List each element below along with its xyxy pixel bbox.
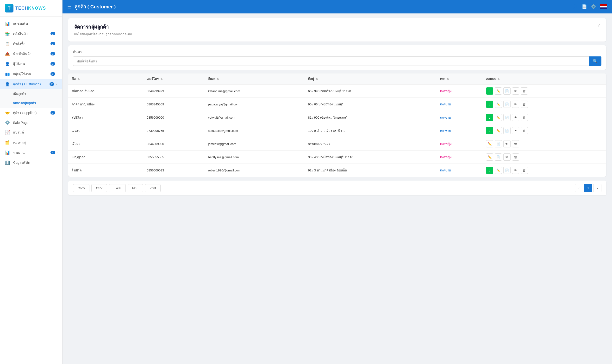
- search-button[interactable]: 🔍: [589, 56, 601, 66]
- sidebar-item-salepage[interactable]: ⚙️ Sale Page: [0, 118, 62, 127]
- sidebar-item-import[interactable]: 📥 นำเข้าสินค้า 3 ›: [0, 49, 62, 59]
- delete-button[interactable]: 🗑: [521, 87, 528, 95]
- pagination-next-button[interactable]: ›: [593, 184, 601, 192]
- pagination-prev-button[interactable]: ‹: [575, 184, 583, 192]
- copy-doc-button[interactable]: 📄: [503, 101, 511, 108]
- sidebar-item-purchase[interactable]: 📋 คำสั่งซื้อ 2 ›: [0, 39, 62, 49]
- view-button[interactable]: 👁: [512, 127, 519, 134]
- view-button[interactable]: 👁: [512, 87, 519, 95]
- export-buttons: Copy CSV Excel PDF Print: [73, 184, 161, 192]
- sidebar-item-add-customer[interactable]: เพิ่มลูกค้า: [0, 89, 62, 98]
- user-groups-icon: 👥: [5, 72, 10, 76]
- sidebar-item-inventory[interactable]: 🏪 คลังสินค้า 2 ›: [0, 28, 62, 39]
- sort-name-icon[interactable]: ⇅: [78, 78, 80, 80]
- sidebar-item-label: ผู้ใช้งาน: [13, 61, 51, 66]
- page-subtitle: แก้ไขข้อมูลหรือลบกลุ่มลูกค้าออกจากระบบ: [74, 32, 132, 37]
- user-profile-icon[interactable]: 👤: [572, 4, 578, 9]
- logo-text: TECHKNOWS: [15, 6, 46, 11]
- sidebar-item-category[interactable]: 🗂️ หมวดหมู่: [0, 137, 62, 147]
- sidebar-nav: 📊 แดชบอร์ด 🏪 คลังสินค้า 2 › 📋 คำสั่งซื้อ…: [0, 17, 62, 364]
- copy-doc-button[interactable]: 📄: [503, 127, 511, 134]
- settings-icon[interactable]: ⚙️: [591, 4, 596, 9]
- line-button[interactable]: L: [486, 167, 493, 174]
- sort-gender-icon[interactable]: ⇅: [447, 78, 449, 80]
- sort-email-icon[interactable]: ⇅: [217, 78, 219, 80]
- search-input[interactable]: [73, 56, 589, 66]
- line-button[interactable]: L: [486, 101, 493, 108]
- line-button[interactable]: L: [486, 114, 493, 121]
- copy-doc-button[interactable]: 📄: [495, 140, 502, 147]
- cell-address: 90 / 66 บางบัวทอง นนทบุรี: [305, 98, 436, 111]
- topbar-icons: 👤 📄 ⚙️: [572, 4, 607, 9]
- sort-address-icon[interactable]: ⇅: [316, 78, 318, 80]
- view-button[interactable]: 👁: [503, 154, 511, 161]
- sidebar-item-label: แบรนด์: [13, 130, 57, 135]
- sidebar-item-manage-customer[interactable]: จัดการกลุ่มลูกค้า: [0, 98, 62, 108]
- col-header-gender: เพศ ⇅: [437, 74, 483, 85]
- customer-icon: 👤: [5, 82, 10, 86]
- delete-button[interactable]: 🗑: [521, 127, 528, 134]
- sort-phone-icon[interactable]: ⇅: [161, 78, 163, 80]
- edit-button[interactable]: ✏️: [486, 154, 493, 161]
- language-flag-icon[interactable]: [600, 4, 607, 9]
- copy-button[interactable]: Copy: [73, 184, 89, 192]
- sidebar-item-company[interactable]: ℹ️ ข้อมูลบริษัท: [0, 157, 62, 168]
- copy-doc-button[interactable]: 📄: [503, 87, 511, 95]
- excel-button[interactable]: Excel: [109, 184, 126, 192]
- sidebar: T TECHKNOWS 📊 แดชบอร์ด 🏪 คลังสินค้า 2 › …: [0, 0, 63, 364]
- cell-phone: 0844009090: [143, 137, 204, 151]
- sidebar-item-customer[interactable]: 👤 ลูกค้า ( Customer ) 2 ∨: [0, 79, 62, 89]
- delete-button[interactable]: 🗑: [512, 140, 519, 147]
- delete-button[interactable]: 🗑: [521, 167, 528, 174]
- line-button[interactable]: L: [486, 87, 493, 95]
- sidebar-item-user-groups[interactable]: 👥 กลุ่มผู้ใช้งาน 2 ›: [0, 69, 62, 79]
- view-button[interactable]: 👁: [512, 101, 519, 108]
- cell-phone: 0855555555: [143, 151, 204, 164]
- sidebar-item-report[interactable]: 📊 รายงาน 4 ›: [0, 147, 62, 157]
- copy-doc-button[interactable]: 📄: [495, 154, 502, 161]
- table-row: ภาดา อาญาเมือง 0803345509 pada.arya@gmai…: [68, 98, 606, 111]
- sidebar-item-label: กลุ่มผู้ใช้งาน: [13, 71, 51, 77]
- action-buttons: L ✏️ 📄 👁 🗑: [486, 127, 603, 134]
- expand-icon[interactable]: ⤢: [597, 23, 600, 28]
- sidebar-item-users[interactable]: 👤 ผู้ใช้งาน 2 ›: [0, 59, 62, 69]
- pdf-button[interactable]: PDF: [128, 184, 143, 192]
- edit-button[interactable]: ✏️: [486, 140, 493, 147]
- sidebar-item-label: ข้อมูลบริษัท: [13, 160, 57, 165]
- line-button[interactable]: L: [486, 127, 493, 134]
- sidebar-item-brand[interactable]: 📈 แบรนด์: [0, 127, 62, 137]
- print-button[interactable]: Print: [145, 184, 161, 192]
- edit-button[interactable]: ✏️: [495, 87, 502, 95]
- edit-button[interactable]: ✏️: [495, 101, 502, 108]
- menu-toggle-button[interactable]: ☰: [67, 4, 72, 10]
- sidebar-item-dashboard[interactable]: 📊 แดชบอร์ด: [0, 18, 62, 28]
- customer-badge: 2: [50, 82, 54, 86]
- edit-button[interactable]: ✏️: [495, 127, 502, 134]
- pagination-page-1-button[interactable]: 1: [584, 184, 592, 192]
- chevron-right-icon: ›: [57, 112, 57, 114]
- copy-doc-button[interactable]: 📄: [503, 114, 511, 121]
- delete-button[interactable]: 🗑: [521, 101, 528, 108]
- table-row: สุปรีลีลา 0856009000 vetwait@gmail.com 8…: [68, 111, 606, 124]
- sort-action-icon[interactable]: ⇅: [498, 78, 500, 80]
- delete-button[interactable]: 🗑: [512, 154, 519, 161]
- cell-name: สุปรีลีลา: [68, 111, 143, 124]
- edit-button[interactable]: ✏️: [495, 114, 502, 121]
- view-button[interactable]: 👁: [512, 167, 519, 174]
- table-body: ชนิตาภา อินนภา 0849999999 katang.me@gmai…: [68, 85, 606, 177]
- view-button[interactable]: 👁: [503, 140, 511, 147]
- sidebar-item-supplier[interactable]: 🤝 คู่ค้า ( Supplier ) 2 ›: [0, 108, 62, 118]
- cell-phone: 0739008765: [143, 124, 204, 137]
- csv-button[interactable]: CSV: [91, 184, 107, 192]
- view-button[interactable]: 👁: [512, 114, 519, 121]
- copy-doc-button[interactable]: 📄: [503, 167, 511, 174]
- cell-action: L ✏️ 📄 👁 🗑: [483, 164, 606, 177]
- cell-action: L ✏️ 📄 👁 🗑: [483, 98, 606, 111]
- company-icon: ℹ️: [5, 160, 10, 165]
- document-icon[interactable]: 📄: [582, 4, 587, 9]
- cell-name: ชนิตาภา อินนภา: [68, 85, 143, 98]
- cell-email: jameaw@gmail.com: [205, 137, 305, 151]
- cell-email: katang.me@gmail.com: [205, 85, 305, 98]
- delete-button[interactable]: 🗑: [521, 114, 528, 121]
- edit-button[interactable]: ✏️: [495, 167, 502, 174]
